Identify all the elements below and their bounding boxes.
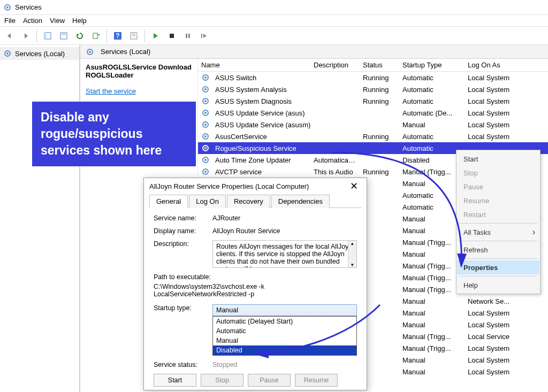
svg-point-31	[204, 135, 207, 137]
menu-help[interactable]: Help	[72, 17, 87, 25]
title-bar: Services	[0, 0, 548, 15]
svg-point-17	[6, 52, 9, 55]
service-row[interactable]: ASUS Update Service (asus)Automatic (De.…	[198, 107, 548, 119]
ctx-resume: Resume	[457, 194, 539, 207]
opt-manual[interactable]: Manual	[213, 336, 356, 345]
menu-view[interactable]: View	[50, 17, 65, 25]
back-button[interactable]	[2, 28, 17, 43]
service-row[interactable]: ASUS System AnalysisRunningAutomaticLoca…	[198, 83, 548, 95]
start-button[interactable]: Start	[154, 374, 196, 387]
properties-button[interactable]	[56, 28, 71, 43]
ctx-restart: Restart	[457, 207, 539, 221]
svg-point-33	[204, 147, 207, 149]
start-service-button[interactable]	[148, 28, 163, 43]
refresh-button[interactable]	[72, 28, 87, 43]
label-service-name: Service name:	[154, 214, 212, 222]
properties-dialog: AllJoyn Router Service Properties (Local…	[143, 178, 367, 390]
opt-auto-delayed[interactable]: Automatic (Delayed Start)	[213, 317, 356, 326]
pause-button: Pause	[248, 374, 291, 387]
stop-service-button[interactable]	[164, 28, 179, 43]
gear-icon	[201, 132, 210, 141]
ctx-refresh[interactable]: Refresh	[457, 243, 539, 257]
gear-icon	[86, 48, 94, 56]
ctx-help[interactable]: Help	[457, 278, 539, 292]
col-header-desc[interactable]: Description	[310, 61, 360, 69]
context-menu: Start Stop Pause Resume Restart All Task…	[456, 150, 541, 294]
label-display-name: Display name:	[154, 227, 212, 235]
restart-service-button[interactable]	[196, 28, 211, 43]
opt-disabled[interactable]: Disabled	[213, 345, 356, 355]
stop-button: Stop	[201, 374, 243, 387]
export-button[interactable]	[88, 28, 103, 43]
tab-recovery[interactable]: Recovery	[227, 195, 270, 208]
gear-icon	[201, 85, 210, 94]
ctx-start[interactable]: Start	[457, 152, 539, 166]
gear-icon	[201, 156, 210, 164]
help-button[interactable]: ?	[110, 28, 125, 43]
detail-start-link[interactable]: Start the service	[86, 87, 136, 95]
gear-icon	[201, 73, 210, 82]
ctx-all-tasks[interactable]: All Tasks	[457, 225, 539, 239]
startup-type-dropdown[interactable]: Manual	[212, 304, 357, 316]
dialog-title-bar: AllJoyn Router Service Properties (Local…	[144, 178, 367, 194]
forward-button[interactable]	[18, 28, 33, 43]
svg-rect-13	[186, 34, 187, 38]
col-header-status[interactable]: Status	[360, 61, 399, 69]
svg-point-23	[204, 88, 207, 90]
gear-icon	[3, 49, 12, 58]
show-hide-tree-button[interactable]	[40, 28, 55, 43]
service-row[interactable]: ASUS Update Service (asusm)ManualLocal S…	[198, 119, 548, 130]
svg-rect-15	[201, 34, 202, 38]
col-header-name[interactable]: Name	[198, 61, 310, 69]
svg-text:?: ?	[116, 32, 119, 40]
sidebar-item-label: Services (Local)	[15, 50, 65, 58]
ctx-pause: Pause	[457, 180, 539, 194]
content-header-label: Services (Local)	[101, 48, 150, 56]
opt-automatic[interactable]: Automatic	[213, 326, 356, 336]
label-startup-type: Startup type:	[154, 304, 212, 312]
menu-file[interactable]: File	[4, 17, 16, 25]
tab-dependencies[interactable]: Dependencies	[271, 195, 330, 208]
annotation-callout: Disable any rogue/suspicious services sh…	[32, 102, 196, 166]
dialog-title: AllJoyn Router Service Properties (Local…	[149, 182, 309, 190]
svg-point-35	[204, 159, 207, 161]
value-service-status: Stopped	[212, 361, 357, 368]
menu-action[interactable]: Action	[23, 17, 42, 25]
services-icon	[3, 3, 12, 12]
value-service-name: AJRouter	[212, 214, 357, 222]
tab-general[interactable]: General	[149, 195, 188, 208]
svg-point-27	[204, 112, 207, 114]
col-header-startup[interactable]: Startup Type	[399, 61, 465, 69]
value-description[interactable]: Routes AllJoyn messages for the local Al…	[212, 240, 357, 268]
svg-point-25	[204, 100, 207, 102]
ctx-properties[interactable]: Properties	[457, 260, 539, 274]
list-header: Name Description Status Startup Type Log…	[198, 59, 548, 72]
service-row[interactable]: ASUS SwitchRunningAutomaticLocal System	[198, 72, 548, 83]
description-scrollbar[interactable]: ▴▾	[348, 241, 356, 267]
col-header-logon[interactable]: Log On As	[465, 61, 523, 69]
service-row[interactable]: ASUS System DiagnosisRunningAutomaticLoc…	[198, 95, 548, 107]
svg-rect-6	[93, 33, 97, 39]
svg-point-21	[204, 76, 207, 79]
service-row[interactable]: AsusCertServiceRunningAutomaticLocal Sys…	[198, 130, 548, 142]
menu-bar: File Action View Help	[0, 15, 548, 27]
gear-icon	[201, 109, 210, 117]
dialog-tabs: General Log On Recovery Dependencies	[149, 194, 361, 208]
detail-title: AsusROGLSLService Download ROGLSLoader	[86, 63, 192, 79]
sidebar: Services (Local)	[0, 45, 80, 392]
value-display-name: AllJoyn Router Service	[212, 227, 357, 235]
tab-logon[interactable]: Log On	[189, 195, 226, 208]
label-path: Path to executable:	[154, 273, 357, 281]
content-header: Services (Local)	[80, 45, 548, 59]
props-icon-button[interactable]	[126, 28, 141, 43]
label-service-status: Service status:	[154, 361, 212, 368]
svg-rect-12	[170, 34, 174, 38]
window-title: Services	[15, 3, 42, 11]
gear-icon	[201, 144, 210, 152]
description-text: Routes AllJoyn messages for the local Al…	[216, 243, 352, 268]
sidebar-item-services-local[interactable]: Services (Local)	[0, 47, 79, 60]
close-icon[interactable]: ✕	[347, 180, 361, 192]
gear-icon	[201, 167, 210, 176]
svg-point-19	[89, 51, 91, 53]
pause-service-button[interactable]	[180, 28, 195, 43]
